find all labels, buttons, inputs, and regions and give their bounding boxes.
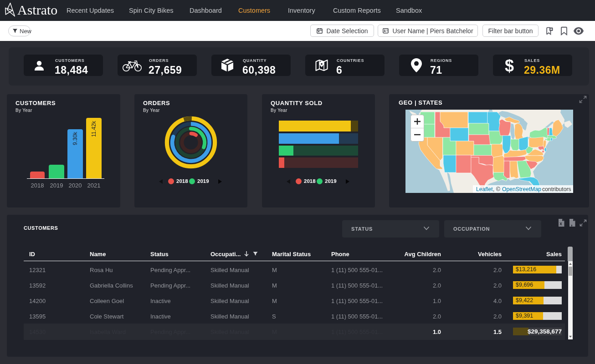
svg-text:,: , [571,220,573,227]
svg-text:OpenStreetMap: OpenStreetMap [502,186,541,192]
svg-text:contributors: contributors [542,186,571,192]
svg-text:, ©: , © [493,186,500,192]
svg-text:Leaflet: Leaflet [476,186,493,192]
svg-text:x: x [559,221,562,226]
